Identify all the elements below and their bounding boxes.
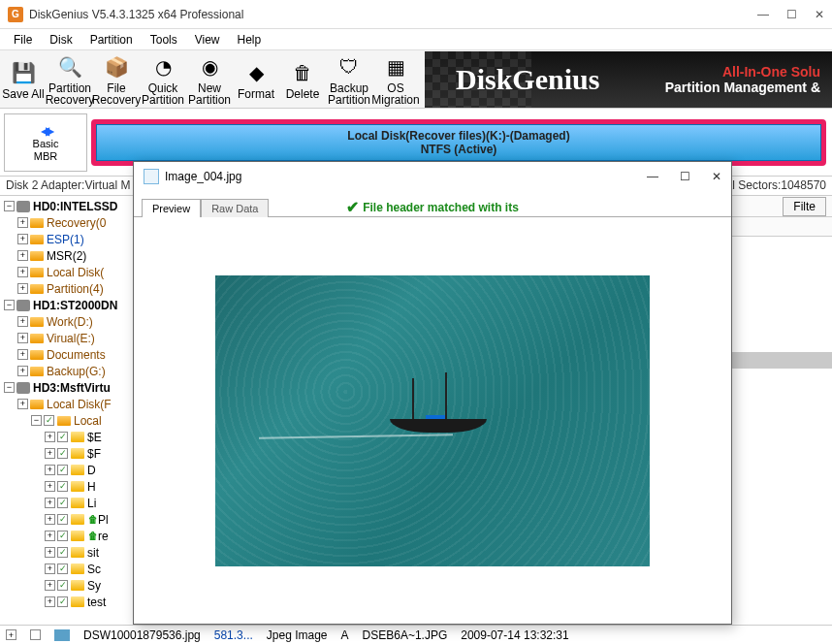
toolbar-file-recovery[interactable]: 📦File Recovery: [93, 51, 140, 108]
checkbox[interactable]: [44, 415, 54, 426]
save-icon: 💾: [10, 59, 37, 86]
folder-icon: [71, 514, 84, 525]
sectors-label: tal Sectors:1048570: [722, 178, 826, 193]
thumbnail-icon: [54, 629, 70, 641]
expand-icon[interactable]: +: [45, 531, 55, 541]
toolbar-new-partition[interactable]: ◉New Partition: [186, 51, 233, 108]
file-name: DSW10001879536.jpg: [83, 628, 201, 642]
menu-disk[interactable]: Disk: [42, 31, 80, 48]
migrate-icon: ▦: [382, 53, 409, 80]
dialog-close-button[interactable]: ✕: [712, 170, 721, 183]
file-date: 2009-07-14 13:32:31: [461, 628, 568, 642]
partition-icon: [30, 317, 44, 327]
checkbox[interactable]: [57, 448, 68, 459]
expand-icon[interactable]: +: [17, 217, 28, 228]
expand-icon[interactable]: +: [17, 366, 28, 376]
expand-icon[interactable]: +: [17, 316, 28, 327]
recycle-icon: 🗑: [88, 514, 98, 525]
toolbar-delete[interactable]: 🗑Delete: [279, 51, 326, 108]
partition-icon: [30, 235, 44, 244]
preview-content: [134, 216, 731, 624]
expand-icon[interactable]: +: [45, 547, 55, 558]
file-type: Jpeg Image: [267, 628, 328, 642]
expand-icon[interactable]: +: [45, 498, 55, 508]
checkbox[interactable]: [57, 481, 68, 492]
dialog-minimize-button[interactable]: —: [647, 170, 658, 183]
toolbar-quick-partition[interactable]: ◔Quick Partition: [140, 51, 186, 108]
header-match-status: ✔ File header matched with its: [346, 198, 519, 216]
menu-tools[interactable]: Tools: [143, 31, 185, 48]
titlebar: G DiskGenius V5.4.3.1325 x64 Professiona…: [0, 0, 832, 29]
checkbox[interactable]: [57, 564, 68, 574]
checkbox[interactable]: [57, 531, 68, 541]
folder-icon: [71, 432, 84, 442]
collapse-icon[interactable]: −: [31, 415, 42, 426]
file-checkbox[interactable]: [30, 629, 41, 640]
disc-icon: ◉: [196, 53, 223, 80]
partition-icon: [30, 350, 44, 360]
toolbar-save-all[interactable]: 💾Save All: [0, 51, 47, 108]
menu-view[interactable]: View: [187, 31, 228, 48]
preview-image: [215, 275, 650, 566]
image-file-icon: [144, 169, 159, 184]
checkbox[interactable]: [57, 498, 68, 508]
collapse-icon[interactable]: −: [4, 382, 15, 393]
minimize-button[interactable]: —: [757, 8, 769, 21]
expand-icon[interactable]: +: [17, 349, 28, 360]
toolbar: 💾Save All 🔍Partition Recovery 📦File Reco…: [0, 50, 832, 109]
expand-icon[interactable]: +: [17, 267, 28, 277]
nav-forward-icon[interactable]: ▶: [46, 124, 50, 138]
folder-icon: [71, 580, 84, 591]
nav-box: ◀ ▶ Basic MBR: [4, 113, 87, 172]
partition-icon: [57, 416, 71, 426]
checkbox[interactable]: [57, 514, 68, 525]
toolbar-partition-recovery[interactable]: 🔍Partition Recovery: [47, 51, 93, 108]
expand-icon[interactable]: +: [45, 448, 55, 459]
checkbox[interactable]: [57, 432, 68, 442]
expand-icon[interactable]: +: [45, 465, 55, 475]
partition-icon: [30, 367, 44, 376]
expand-icon[interactable]: +: [45, 564, 55, 574]
expand-icon[interactable]: +: [6, 629, 16, 640]
expand-icon[interactable]: +: [45, 580, 55, 591]
expand-icon[interactable]: +: [45, 481, 55, 492]
expand-icon[interactable]: +: [17, 234, 28, 244]
expand-icon[interactable]: +: [45, 514, 55, 525]
menu-help[interactable]: Help: [230, 31, 270, 48]
dialog-tabs: Preview Raw Data ✔ File header matched w…: [134, 191, 731, 216]
toolbar-format[interactable]: ◆Format: [233, 51, 279, 108]
folder-icon: [71, 547, 84, 558]
partition-icon: [30, 334, 44, 343]
checkbox[interactable]: [57, 547, 68, 558]
menubar: File Disk Partition Tools View Help: [0, 29, 832, 50]
collapse-icon[interactable]: −: [4, 300, 15, 310]
folder-icon: [71, 531, 84, 541]
expand-icon[interactable]: +: [17, 250, 28, 261]
toolbar-os-migration[interactable]: ▦OS Migration: [372, 51, 419, 108]
checkbox[interactable]: [57, 465, 68, 475]
filter-button[interactable]: Filte: [783, 197, 826, 216]
format-icon: ◆: [242, 59, 270, 86]
expand-icon[interactable]: +: [17, 333, 28, 343]
expand-icon[interactable]: +: [45, 432, 55, 442]
tab-raw-data[interactable]: Raw Data: [201, 199, 269, 217]
adapter-label: Disk 2 Adapter:Virtual M: [6, 178, 131, 193]
dialog-maximize-button[interactable]: ☐: [680, 170, 690, 183]
dialog-titlebar: Image_004.jpg — ☐ ✕: [134, 162, 731, 191]
menu-partition[interactable]: Partition: [82, 31, 141, 48]
maximize-button[interactable]: ☐: [786, 8, 797, 21]
disk-map-title: Local Disk(Recover files)(K:)-(Damaged): [347, 129, 569, 143]
folder-icon: [71, 498, 84, 508]
menu-file[interactable]: File: [6, 31, 40, 48]
checkbox[interactable]: [57, 580, 68, 591]
close-button[interactable]: ✕: [815, 8, 824, 21]
collapse-icon[interactable]: −: [4, 201, 15, 211]
toolbar-backup-partition[interactable]: 🛡Backup Partition: [326, 51, 372, 108]
app-logo-icon: G: [8, 7, 23, 22]
tab-preview[interactable]: Preview: [142, 199, 201, 217]
expand-icon[interactable]: +: [17, 399, 28, 409]
expand-icon[interactable]: +: [45, 596, 55, 607]
file-detail-bar: + DSW10001879536.jpg 581.3... Jpeg Image…: [0, 625, 832, 644]
checkbox[interactable]: [57, 596, 68, 607]
expand-icon[interactable]: +: [17, 283, 28, 294]
